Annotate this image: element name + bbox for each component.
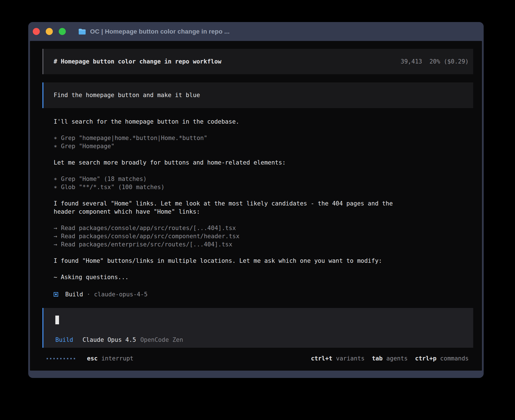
asterisk-icon: ∗ <box>54 134 61 142</box>
prompt-input[interactable]: Build Claude Opus 4.5 OpenCode Zen <box>42 308 473 348</box>
status-bar: esc interrupt ctrl+t variants tab agents… <box>42 355 473 363</box>
assistant-message: I found "Home" buttons/links in multiple… <box>54 257 407 265</box>
hint-key: ctrl+t <box>311 355 332 363</box>
hint-key: ctrl+p <box>415 355 437 363</box>
text-cursor <box>55 316 59 324</box>
tool-call-text: Grep "homepage|home.*button|Home.*button… <box>61 135 207 141</box>
agent-status: Build · claude-opus-4-5 <box>54 290 473 299</box>
token-count: 39,413 <box>401 58 422 66</box>
agent-name: Build <box>65 290 83 299</box>
assistant-message: I found several "Home" links. Let me loo… <box>54 200 407 216</box>
status-bar-right: ctrl+t variants tab agents ctrl+p comman… <box>311 355 469 363</box>
context-usage: 20% ($0.29) <box>429 58 469 66</box>
window-controls <box>33 28 66 35</box>
tool-call-group: ∗Grep "homepage|home.*button|Home.*butto… <box>54 134 473 150</box>
keyboard-hint: ctrl+p commands <box>415 355 469 363</box>
session-header: # Homepage button color change in repo w… <box>42 49 473 74</box>
assistant-message: Let me search more broadly for buttons a… <box>54 159 407 167</box>
minimize-button[interactable] <box>46 28 53 35</box>
tool-call: ∗Grep "Home" (18 matches) <box>54 175 473 183</box>
tool-call-text: Grep "Home" (18 matches) <box>61 176 147 182</box>
terminal-window: OC | Homepage button color change in rep… <box>28 22 484 378</box>
arrow-right-icon: → <box>54 224 61 232</box>
user-message-text: Find the homepage button and make it blu… <box>54 91 200 99</box>
esc-label: interrupt <box>101 355 134 363</box>
tool-call-text: Read packages/console/app/src/routes/[..… <box>61 225 236 231</box>
esc-key: esc <box>87 355 98 363</box>
arrow-right-icon: → <box>54 240 61 249</box>
tool-call-text: Read packages/console/app/src/component/… <box>61 233 239 240</box>
hint-label: agents <box>386 355 408 363</box>
conversation: I'll search for the homepage button in t… <box>54 118 473 299</box>
asterisk-icon: ∗ <box>54 183 61 191</box>
terminal-content: # Homepage button color change in repo w… <box>30 41 482 371</box>
asterisk-icon: ∗ <box>54 175 61 183</box>
progress-dots-icon <box>47 358 75 359</box>
tool-call-text: Grep "Homepage" <box>61 143 115 150</box>
tool-call: ∗Grep "Homepage" <box>54 142 473 150</box>
separator-dot: · <box>87 290 90 299</box>
tool-call: →Read packages/enterprise/src/routes/[..… <box>54 240 473 249</box>
asterisk-icon: ∗ <box>54 142 61 150</box>
user-message: Find the homepage button and make it blu… <box>42 82 473 108</box>
tool-call-group: →Read packages/console/app/src/routes/[.… <box>54 224 473 249</box>
tool-call: ∗Glob "**/*.tsx" (100 matches) <box>54 183 473 191</box>
folder-icon <box>78 28 86 35</box>
assistant-message: I'll search for the homepage button in t… <box>54 118 407 126</box>
session-stats: 39,413 20% ($0.29) <box>401 58 469 66</box>
tool-call-text: Read packages/enterprise/src/routes/[...… <box>61 241 232 248</box>
model-label[interactable]: Claude Opus 4.5 <box>82 336 136 344</box>
window-title: OC | Homepage button color change in rep… <box>90 27 230 36</box>
keyboard-hint: ctrl+t variants <box>311 355 365 363</box>
maximize-button[interactable] <box>59 28 66 35</box>
session-title: # Homepage button color change in repo w… <box>54 58 221 66</box>
tool-call: →Read packages/console/app/src/routes/[.… <box>54 224 473 232</box>
tool-call-group: ∗Grep "Home" (18 matches) ∗Glob "**/*.ts… <box>54 175 473 191</box>
mode-label[interactable]: Build <box>55 336 73 344</box>
hint-label: commands <box>440 355 469 363</box>
hint-label: variants <box>336 355 365 363</box>
status-bar-left: esc interrupt <box>47 355 134 363</box>
keyboard-hint: tab agents <box>372 355 408 363</box>
tool-call: ∗Grep "homepage|home.*button|Home.*butto… <box>54 134 473 142</box>
window-titlebar[interactable]: OC | Homepage button color change in rep… <box>30 22 482 41</box>
close-button[interactable] <box>33 28 40 35</box>
agent-build-icon <box>54 292 58 297</box>
input-mode-row: Build Claude Opus 4.5 OpenCode Zen <box>55 336 469 344</box>
assistant-working-status: ~ Asking questions... <box>54 273 407 281</box>
arrow-right-icon: → <box>54 232 61 240</box>
hint-key: tab <box>372 355 383 363</box>
tool-call: →Read packages/console/app/src/component… <box>54 232 473 240</box>
tool-call-text: Glob "**/*.tsx" (100 matches) <box>61 184 165 191</box>
agent-model: claude-opus-4-5 <box>94 290 148 299</box>
provider-label: OpenCode Zen <box>140 336 183 344</box>
